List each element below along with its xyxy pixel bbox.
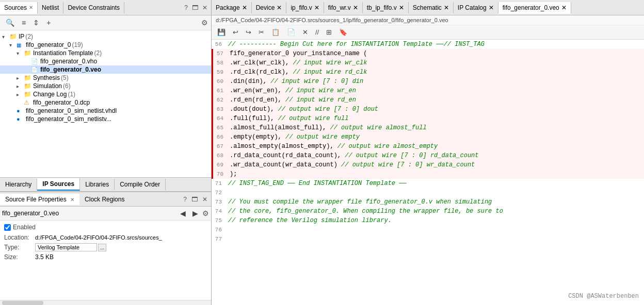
gear-button[interactable]: ⚙ [201,19,208,27]
lower-restore-button[interactable]: 🗖 [190,195,199,204]
code-line-66: 66 .empty(empty), // output wire empty [212,132,644,142]
tab-ip-catalog[interactable]: IP Catalog ✕ [454,2,498,13]
tree-node-ip[interactable]: ▾ 📁 IP (2) [0,32,211,41]
tree-area: ▾ 📁 IP (2) ▾ ▦ fifo_generator_0 (19) ▾ 📁… [0,30,211,177]
lower-gear-button[interactable]: ⚙ [202,209,209,217]
tab-package[interactable]: Package ✕ [212,2,252,13]
tree-node-veo[interactable]: 📄 fifo_generator_0.veo [0,65,211,74]
code-line-59: 59 .rd_clk(rd_clk), // input wire rd_clk [212,67,644,77]
tab-clock-regions[interactable]: Clock Regions [79,194,130,205]
tab-libraries[interactable]: Libraries [80,179,115,190]
tab-tb-ip-fifo-label: tb_ip_fifo.v [367,4,397,11]
tree-node-fifo-gen[interactable]: ▾ ▦ fifo_generator_0 (19) [0,41,211,49]
tree-node-vho[interactable]: 📄 fifo_generator_0.vho [0,57,211,65]
h-scrollbar[interactable] [0,300,211,305]
lower-close-button[interactable]: ✕ [201,195,209,204]
code-line-58: 58 .wr_clk(wr_clk), // input wire wr_clk [212,58,644,67]
code-line-77: 77 [212,234,644,244]
type-input[interactable] [35,243,97,251]
help-button[interactable]: ? [183,4,189,12]
left-toolbar: 🔍 ≡ ⇕ + ⚙ [0,15,211,30]
tab-ip-catalog-close[interactable]: ✕ [489,4,494,11]
type-dots-button[interactable]: ... [98,244,106,251]
tab-source-file-props-close[interactable]: ✕ [70,197,74,202]
add-button[interactable]: + [44,17,53,28]
code-area[interactable]: 56 // ---------- Begin Cut here for INST… [212,40,644,305]
icon-fifo-gen: ▦ [17,42,25,48]
undo-button[interactable]: ↩ [230,27,241,38]
paste-button[interactable]: 📄 [284,27,298,38]
tab-device[interactable]: Device ✕ [252,2,287,13]
arrow-synthesis: ▸ [17,75,24,81]
lower-help-button[interactable]: ? [182,195,188,204]
size-label: Size: [4,253,35,261]
tree-node-inst-template[interactable]: ▾ 📁 Instantiation Template (2) [0,49,211,57]
location-row: Location: d:/FPGA_Code/04-2FIFO/04-2FIFO… [4,234,207,241]
code-text-56: // ---------- Begin Cut here for INSTANT… [226,40,487,49]
bookmark-button[interactable]: 🔖 [336,27,350,38]
tab-sources-close[interactable]: ✕ [29,5,33,10]
tab-device-close[interactable]: ✕ [277,4,282,11]
tab-compile-order-label: Compile Order [120,181,160,188]
tab-ip-fifo-label: ip_fifo.v [291,4,312,11]
save-button[interactable]: 💾 [215,27,228,38]
lower-toolbar: fifo_generator_0.veo ◀ ▶ ⚙ [0,207,211,221]
tree-node-simulation[interactable]: ▸ 📁 Simulation (6) [0,82,211,90]
search-button[interactable]: 🔍 [3,17,17,28]
line-num-61: 61 [213,86,228,95]
count-fifo-gen: (19) [72,41,83,48]
h-scrollbar-thumb[interactable] [2,301,43,305]
tree-node-sim-vhdl[interactable]: ● fifo_generator_0_sim_netlist.vhdl [0,107,211,115]
tab-fifo-wr[interactable]: fifo_wr.v ✕ [324,2,363,13]
tab-package-close[interactable]: ✕ [242,4,247,11]
code-line-67: 67 .almost_empty(almost_empty), // outpu… [212,142,644,151]
label-ip: IP [19,33,24,40]
tab-ip-fifo[interactable]: ip_fifo.v ✕ [286,2,324,13]
close-panel-button[interactable]: ✕ [201,4,209,12]
expand-button[interactable]: ⇕ [30,17,42,28]
tab-device-constraints[interactable]: Device Constraints [63,2,124,13]
lower-back-button[interactable]: ◀ [178,208,188,219]
tab-schematic-close[interactable]: ✕ [444,4,449,11]
comment-button[interactable]: // [313,27,321,38]
tab-tb-ip-fifo-close[interactable]: ✕ [399,4,404,11]
tab-tb-ip-fifo[interactable]: tb_ip_fifo.v ✕ [363,2,409,13]
tab-clock-regions-label: Clock Regions [85,196,124,203]
restore-button[interactable]: 🗖 [190,4,200,12]
label-veo: fifo_generator_0.veo [40,66,101,73]
tab-ip-sources[interactable]: IP Sources [37,178,80,191]
tree-node-dcp[interactable]: ⚠ fifo_generator_0.dcp [0,98,211,107]
tab-sources[interactable]: Sources ✕ [0,2,38,14]
cut-button[interactable]: ✂ [256,27,267,38]
tab-hierarchy[interactable]: Hierarchy [0,179,37,190]
tab-source-file-props-label: Source File Properties [5,196,67,203]
left-tab-controls: ? 🗖 ✕ [181,4,211,12]
tab-fifo-gen-veo-close[interactable]: ✕ [561,4,567,11]
collapse-button[interactable]: ≡ [19,17,28,28]
tab-netlist[interactable]: Netlist [38,2,63,13]
enabled-checkbox[interactable] [4,224,11,231]
code-text-76 [226,225,234,234]
icon-veo: 📄 [31,66,39,73]
tab-fifo-gen-veo[interactable]: fifo_generator_0.veo ✕ [498,2,571,14]
redo-button[interactable]: ↪ [243,27,254,38]
line-num-70: 70 [213,170,228,179]
tab-ip-fifo-close[interactable]: ✕ [314,4,319,11]
line-num-69: 69 [213,160,228,170]
delete-button[interactable]: ✕ [300,27,311,38]
code-text-57: fifo_generator_0 your_instance_name ( [228,49,369,58]
grid-button[interactable]: ⊞ [324,27,334,38]
tab-schematic[interactable]: Schematic ✕ [409,2,454,13]
icon-sim-vhdl: ● [17,108,25,114]
tree-node-synthesis[interactable]: ▸ 📁 Synthesis (5) [0,74,211,82]
tab-fifo-wr-close[interactable]: ✕ [353,4,358,11]
lower-forward-button[interactable]: ▶ [190,208,201,219]
copy-button[interactable]: 📋 [269,27,282,38]
tab-source-file-props[interactable]: Source File Properties ✕ [0,194,79,205]
tree-node-changelog[interactable]: ▸ 📁 Change Log (1) [0,90,211,98]
code-line-60: 60 .din(din), // input wire [7 : 0] din [212,77,644,86]
tab-compile-order[interactable]: Compile Order [115,179,166,190]
tree-node-sim-v[interactable]: ● fifo_generator_0_sim_netlistv... [0,115,211,123]
line-num-74: 74 [212,207,226,216]
tab-ip-catalog-label: IP Catalog [458,4,487,11]
